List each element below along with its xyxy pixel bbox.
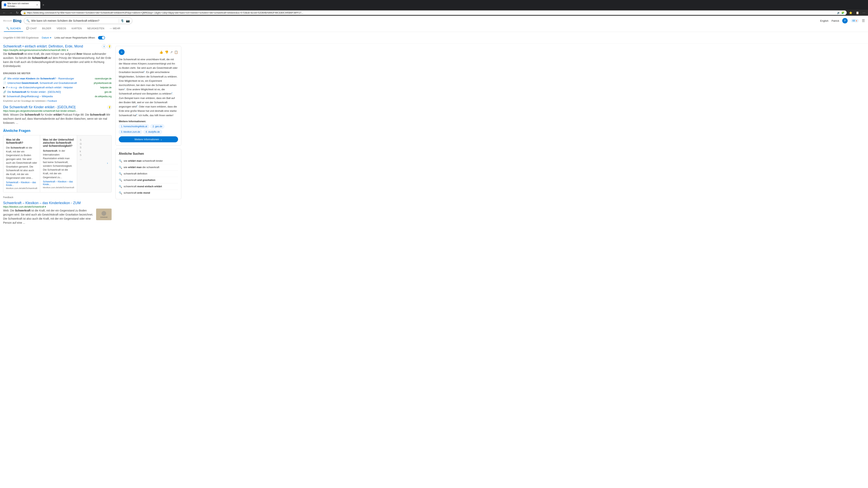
tab-karten[interactable]: KARTEN [69,25,84,32]
search-icon-1: 🔍 [119,159,122,162]
question-card-1[interactable]: Was ist die Schwerkraft? Die Schwerkraft… [3,135,40,192]
question-3-content: SGSkS... [80,138,109,161]
similar-search-1[interactable]: 🔍 wie erklärt man schwerkraft kinder [119,158,178,164]
similar-search-2[interactable]: 🔍 wie erklärt man die schwerkraft [119,164,178,171]
dropdown-chevron-icon: ▾ [50,36,51,39]
favorites-icon[interactable]: ⭐ [848,11,854,15]
tab-neuigkeiten[interactable]: NEUIGKEITEN [85,25,106,32]
similar-search-6[interactable]: 🔍 schwerkraft erde mond [119,190,178,196]
camera-icon[interactable]: 📷 [126,19,130,23]
bing-logo-text: Bing [13,19,22,23]
share-icon[interactable]: ↗ [170,51,173,54]
explore-link-1-text[interactable]: Wie erklärt man Kindern die Schwerkraft?… [7,77,74,80]
question-card-2[interactable]: Was ist der Unterschied zwischen Schwerk… [40,135,77,192]
extensions-icon[interactable]: 🧩 [841,11,844,14]
search-input[interactable] [31,19,117,22]
hamburger-menu-icon[interactable]: ☰ [862,19,865,23]
similar-search-text-1: wie erklärt man schwerkraft kinder [124,159,163,162]
similar-search-text-4: schwerkraft und gravitation [124,178,155,182]
copy-icon[interactable]: 📋 [174,51,178,54]
lock-icon: 🔒 [23,11,26,14]
thumbs-up-icon[interactable]: 👍 [159,51,163,54]
result-3-title[interactable]: Schwerkraft – Klexikon – das Kinderlexik… [3,201,112,205]
ai-more-info-btn[interactable]: Weitere Informationen ⌄ [119,136,178,142]
explore-link-3-text[interactable]: F = m x g - die Erdanziehungskraft einfa… [6,86,73,89]
explore-link-5[interactable]: W Schwerkraft (Begriffsklärung) – Wikipe… [3,94,112,99]
similar-search-5[interactable]: 🔍 schwerkraft mond einfach erklärt [119,184,178,190]
result-2-title[interactable]: Die Schwerkraft für Kinder erklärt - [GE… [3,105,107,109]
language-selector[interactable]: English [820,19,829,22]
search-box[interactable]: 🔍 🎙️ 📷 [24,18,132,24]
ai-source-3[interactable]: 3. klexikon.zum.de [119,130,142,134]
collections-icon[interactable]: 📋 [855,11,860,15]
explore-link-4-text[interactable]: Die Schwerkraft für Kinder erklärt - [GE… [7,91,61,93]
settings-icon[interactable]: ⋯ [861,11,866,15]
similar-search-text-3: schwerkraft definition [124,172,147,175]
tab-chat[interactable]: 💬 CHAT [24,25,39,32]
chevron-right-icon: › [107,162,108,165]
similar-questions-section: Ähnliche Fragen Was ist die Schwerkraft?… [3,129,112,193]
thumbs-down-icon[interactable]: 👎 [165,51,168,54]
user-avatar[interactable]: P [842,18,848,24]
mic-icon[interactable]: 🎙️ [121,19,124,23]
video-icon-3: ▶ [3,86,5,89]
search-result-2: Die Schwerkraft für Kinder erklärt - [GE… [3,105,112,125]
search-icon-5: 🔍 [119,185,122,188]
result-1-snippet: Die Schwerkraft ist eine Kraft, die zwei… [3,52,112,68]
tab-favicon [4,3,6,6]
user-name[interactable]: Patrick [832,19,839,22]
rewards-icon: ● [856,19,857,22]
result-1-url: https://studyflix.de/ingenieurwissenscha… [3,49,102,52]
tab-suchen[interactable]: 🔍 SUCHEN [4,25,23,32]
result-2-url: https://www.geo.de/geolino/wissen/die-sc… [3,109,107,112]
nav-forward-btn[interactable]: → [8,11,13,15]
open-new-tab-toggle[interactable] [98,36,105,39]
new-tab-btn[interactable]: ＋ [42,3,45,7]
question-card-3[interactable]: SGSkS... › [77,135,112,192]
explore-domain-5: de.wikipedia.org [95,95,112,98]
address-bar[interactable]: 🔒 https://www.bing.com/search?q=Wie+kann… [21,10,847,15]
tab-close-btn[interactable]: ✕ [36,4,38,6]
ai-logo: b [119,49,125,55]
explore-link-4[interactable]: 🔗 Die Schwerkraft für Kinder erklärt - [… [3,90,112,94]
result-3-body: Web: Die Schwerkraft ist die Kraft, mit … [3,208,112,225]
question-1-link[interactable]: Schwerkraft – Klexikon – das Kinde... [6,181,37,187]
similar-searches-title: Ähnliche Suchen [119,152,178,156]
toggle-new-tab-label: Links auf neuer Registerkarte öffnen [55,36,95,39]
similar-search-4[interactable]: 🔍 schwerkraft und gravitation [119,177,178,184]
result-1-title[interactable]: Schwerkraft • einfach erklärt: Definitio… [3,44,102,48]
explore-link-5-text[interactable]: Schwerkraft (Begriffsklärung) – Wikipedi… [7,95,53,98]
explore-link-2[interactable]: 📄 Unterschied Gewichtskraft, Schwerkraft… [3,81,112,85]
tab-bilder[interactable]: BILDER [40,25,54,32]
date-filter-dropdown[interactable]: Datum ▾ [42,36,51,39]
nav-refresh-btn[interactable]: ↻ [15,10,20,15]
explore-link-1[interactable]: 🔗 Wie erklärt man Kindern die Schwerkraf… [3,76,112,81]
ai-source-2[interactable]: 2. geo.de [150,124,164,129]
nav-back-btn[interactable]: ← [2,11,7,15]
search-divider [119,19,119,23]
ai-source-1[interactable]: 1. homeschooling4kids.at [119,124,149,129]
result-2-lightbulb-btn[interactable]: 💡 [107,105,112,109]
rewards-points[interactable]: 68 ● [851,19,859,23]
question-more-btn[interactable]: › [80,161,109,165]
ai-answer-card: b 👍 👎 ↗ 📋 Die Schwerkraft ist eine unsic… [116,46,181,145]
explore-feedback-link[interactable]: Feedback [48,100,57,102]
bing-ai-icon: b [120,51,123,54]
similar-search-text-5: schwerkraft mond einfach erklärt [124,185,162,188]
question-2-link[interactable]: Schwerkraft – Klexikon – das Kinde... [43,180,74,186]
ai-source-4[interactable]: 4. studyflix.de [143,130,162,134]
tab-mehr[interactable]: ⋯ MEHR [107,25,123,32]
lightbulb-icon-btn[interactable]: 💡 [107,44,112,48]
explore-link-2-text[interactable]: Unterschied Gewichtskraft, Schwerkraft u… [7,82,77,85]
similar-search-3[interactable]: 🔍 schwerkraft definition [119,171,178,177]
ai-sources: 1. homeschooling4kids.at 2. geo.de 3. kl… [119,124,178,134]
info-icon-btn[interactable]: ℹ [102,44,106,48]
tab-videos[interactable]: VIDEOS [54,25,68,32]
header-right: English Patrick P 68 ● ☰ [820,18,865,24]
browser-tab[interactable]: Wie kann ich meinen Schüler... ✕ [2,1,40,8]
bing-logo[interactable]: Microsoft Bing [3,19,22,23]
search-icon-2: 🔍 [119,166,122,169]
feedback-btn[interactable]: Feedback [3,196,13,199]
explore-link-3[interactable]: ▶ F = m x g - die Erdanziehungskraft ein… [3,85,112,90]
read-aloud-icon[interactable]: 🔊 [837,11,840,14]
